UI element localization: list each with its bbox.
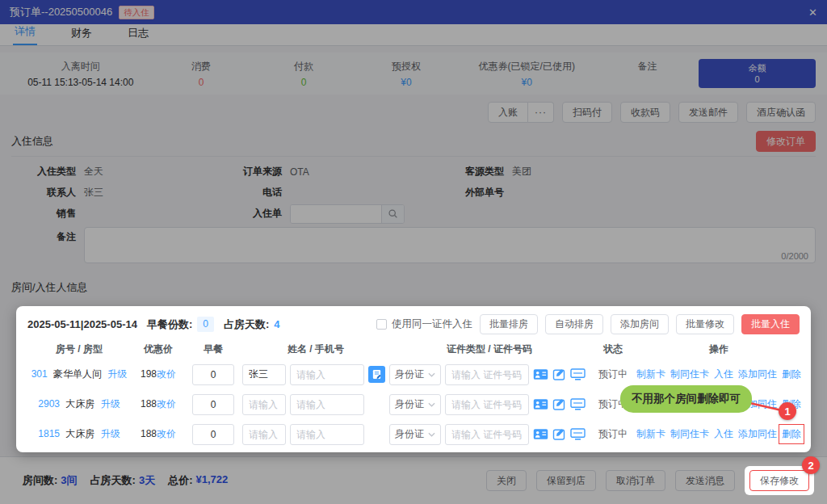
room-number-link[interactable]: 301 bbox=[31, 368, 48, 380]
save-highlight-wrap: 保存修改 2 bbox=[745, 466, 814, 495]
quick-actions: 入账 ··· 扫码付 收款码 发送邮件 酒店确认函 bbox=[0, 102, 827, 123]
registration-card-icon[interactable] bbox=[368, 366, 385, 383]
delete-link[interactable]: 删除 bbox=[782, 368, 801, 381]
footer-bar: 房间数: 3间 占房天数: 3天 总价: ¥1,722 关闭 保留到店 取消订单… bbox=[0, 456, 827, 504]
status-badge: 待入住 bbox=[119, 6, 154, 19]
close-button[interactable]: 关闭 bbox=[486, 470, 527, 491]
upgrade-link[interactable]: 升级 bbox=[101, 398, 120, 410]
checkin-link[interactable]: 入住 bbox=[714, 427, 733, 441]
breakfast-input[interactable] bbox=[192, 424, 234, 445]
checkin-sheet-input[interactable] bbox=[291, 205, 381, 223]
same-cert-checkbox[interactable]: 使用同一证件入住 bbox=[376, 317, 472, 331]
guest-phone-input[interactable] bbox=[290, 424, 364, 445]
change-price-link[interactable]: 改价 bbox=[157, 368, 176, 380]
days-count: 4 bbox=[274, 318, 279, 330]
cert-number-input[interactable] bbox=[445, 424, 529, 445]
cert-type-select[interactable]: 身份证 bbox=[389, 394, 441, 415]
more-actions-button[interactable]: ··· bbox=[528, 102, 554, 123]
guest-name-input[interactable] bbox=[242, 394, 286, 415]
delete-link-highlighted[interactable]: 删除 bbox=[782, 427, 801, 441]
remark-counter: 0/2000 bbox=[781, 251, 808, 261]
edit-icon[interactable] bbox=[552, 368, 566, 380]
tab-logs[interactable]: 日志 bbox=[126, 26, 150, 45]
tab-details[interactable]: 详情 bbox=[13, 24, 37, 45]
batch-checkin-button[interactable]: 批量入住 bbox=[741, 314, 800, 334]
field-phone: 电话 bbox=[217, 183, 439, 202]
summary-remark: 备注 bbox=[596, 60, 699, 88]
chevron-down-icon bbox=[428, 402, 435, 407]
guest-name-input[interactable] bbox=[242, 424, 286, 445]
breakfast-count[interactable]: 0 bbox=[197, 317, 214, 332]
date-range: 2025-05-11|2025-05-14 bbox=[27, 318, 137, 330]
field-guest-source: 客源类型 美团 bbox=[439, 162, 816, 181]
guest-name-input[interactable] bbox=[242, 364, 286, 385]
guest-phone-input[interactable] bbox=[290, 364, 364, 385]
upgrade-link[interactable]: 升级 bbox=[101, 428, 120, 439]
book-in-group: 入账 ··· bbox=[488, 102, 554, 123]
guest-phone-input[interactable] bbox=[290, 394, 364, 415]
add-room-button[interactable]: 添加房间 bbox=[611, 314, 669, 334]
tabbar: 详情 财务 日志 bbox=[0, 24, 827, 46]
batch-modify-button[interactable]: 批量修改 bbox=[676, 314, 734, 334]
id-scan-icon[interactable] bbox=[533, 428, 548, 440]
make-share-card-link[interactable]: 制同住卡 bbox=[670, 427, 709, 441]
search-button[interactable] bbox=[381, 205, 404, 223]
search-icon bbox=[388, 208, 398, 219]
cert-number-input[interactable] bbox=[445, 394, 529, 415]
room-type: 大床房 bbox=[65, 398, 94, 410]
modify-order-button[interactable]: 修改订单 bbox=[756, 131, 816, 152]
room-number-link[interactable]: 2903 bbox=[38, 398, 60, 410]
edit-icon[interactable] bbox=[552, 398, 566, 410]
cert-number-input[interactable] bbox=[445, 364, 529, 385]
room-number-link[interactable]: 1815 bbox=[38, 428, 60, 439]
batch-assign-button[interactable]: 批量排房 bbox=[480, 314, 538, 334]
cancel-order-button[interactable]: 取消订单 bbox=[606, 470, 665, 491]
checkbox-icon[interactable] bbox=[376, 319, 387, 330]
breakfast-input[interactable] bbox=[192, 394, 234, 415]
auto-assign-button[interactable]: 自动排房 bbox=[545, 314, 603, 334]
annotation-tooltip: 不用那个房间删除即可 bbox=[620, 385, 752, 413]
field-checkin-sheet: 入住单 bbox=[217, 204, 439, 223]
id-scan-icon[interactable] bbox=[533, 368, 548, 380]
make-new-card-link[interactable]: 制新卡 bbox=[636, 368, 665, 381]
change-price-link[interactable]: 改价 bbox=[157, 398, 176, 410]
make-new-card-link[interactable]: 制新卡 bbox=[636, 427, 665, 441]
add-guest-link[interactable]: 添加同住 bbox=[738, 427, 777, 441]
cert-type-select[interactable]: 身份证 bbox=[389, 424, 441, 445]
change-price-link[interactable]: 改价 bbox=[157, 428, 176, 439]
save-changes-button[interactable]: 保存修改 bbox=[749, 470, 809, 491]
remark-textarea[interactable] bbox=[85, 228, 815, 262]
hotel-confirm-button[interactable]: 酒店确认函 bbox=[746, 102, 816, 123]
summary-payment: 付款 0 bbox=[252, 60, 355, 88]
make-share-card-link[interactable]: 制同住卡 bbox=[670, 368, 709, 381]
send-message-button[interactable]: 发送消息 bbox=[675, 470, 735, 491]
send-email-button[interactable]: 发送邮件 bbox=[678, 102, 738, 123]
status-text: 预订中 bbox=[598, 368, 628, 380]
close-icon[interactable]: ✕ bbox=[808, 6, 817, 19]
checkin-link[interactable]: 入住 bbox=[714, 368, 733, 381]
tab-finance[interactable]: 财务 bbox=[69, 26, 94, 45]
id-scan-icon[interactable] bbox=[533, 398, 548, 410]
table-header: 房号 / 房型 优惠价 早餐 姓名 / 手机号 证件类型 / 证件号码 状态 操… bbox=[16, 339, 811, 359]
scan-pay-button[interactable]: 扫码付 bbox=[562, 102, 612, 123]
book-in-button[interactable]: 入账 bbox=[488, 102, 528, 123]
annotation-step-2: 2 bbox=[802, 456, 820, 474]
edit-icon[interactable] bbox=[552, 428, 566, 440]
breakfast-label: 早餐份数: bbox=[147, 317, 192, 332]
card-reader-icon[interactable] bbox=[570, 368, 586, 380]
field-contact: 联系人 张三 bbox=[11, 183, 217, 202]
hold-arrival-button[interactable]: 保留到店 bbox=[536, 470, 596, 491]
upgrade-link[interactable]: 升级 bbox=[107, 368, 127, 380]
status-text: 预订中 bbox=[598, 428, 628, 439]
payment-code-button[interactable]: 收款码 bbox=[620, 102, 670, 123]
card-reader-icon[interactable] bbox=[570, 398, 586, 410]
breakfast-input[interactable] bbox=[192, 364, 234, 385]
add-guest-link[interactable]: 添加同住 bbox=[738, 368, 777, 381]
field-sales: 销售 bbox=[11, 204, 217, 223]
days-label: 占房天数: bbox=[224, 317, 269, 332]
card-reader-icon[interactable] bbox=[570, 428, 586, 440]
summary-coupon: 优惠券(已锁定/已使用) ¥0 bbox=[458, 60, 596, 88]
stat-room-nights: 占房天数: 3天 bbox=[90, 473, 156, 488]
cert-type-select[interactable]: 身份证 bbox=[389, 364, 441, 385]
balance-button[interactable]: 余额 0 bbox=[699, 59, 816, 88]
